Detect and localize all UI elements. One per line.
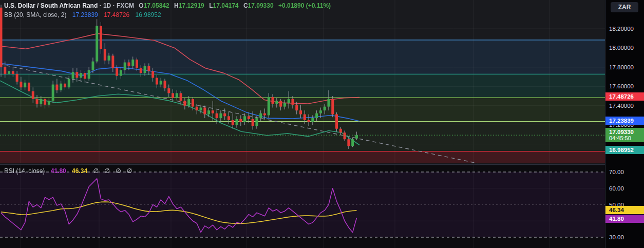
ohlc-close: C17.09330 bbox=[240, 2, 274, 9]
tick-rsi-70: 70.00 bbox=[605, 168, 644, 176]
rsi-ma-value: 46.34 bbox=[72, 167, 87, 175]
tick-17-60: 17.60000 bbox=[605, 83, 644, 90]
price-axis[interactable]: ZAR 18.2000018.0000017.8000017.6000017.4… bbox=[605, 0, 644, 248]
badge-rsi-value: 41.80 bbox=[605, 215, 644, 223]
symbol-row[interactable]: U.S. Dollar / South African Rand · 1D · … bbox=[4, 2, 331, 11]
tick-17-40: 17.40000 bbox=[605, 102, 644, 109]
bar-close-countdown: 04:45:50 bbox=[609, 135, 644, 141]
bb-indicator-label[interactable]: BB (20, SMA, close, 2) bbox=[4, 11, 66, 18]
rsi-empty-slot: ∅ bbox=[104, 167, 109, 175]
timeframe-label[interactable]: 1D bbox=[103, 2, 111, 9]
tick-rsi-30: 30.00 bbox=[605, 234, 644, 241]
rsi-indicator-label[interactable]: RSI (14, close) bbox=[4, 167, 45, 175]
chart-canvas[interactable] bbox=[0, 0, 605, 248]
rsi-empty-slot: ∅ bbox=[93, 167, 98, 175]
currency-toggle-button[interactable]: ZAR bbox=[611, 2, 638, 12]
badge-bb-lower: 16.98952 bbox=[605, 146, 644, 154]
separator: · bbox=[113, 2, 117, 9]
tick-18-20: 18.20000 bbox=[605, 25, 644, 32]
tick-18-00: 18.00000 bbox=[605, 44, 644, 51]
bb-upper-value: 17.48726 bbox=[104, 11, 129, 18]
bb-basis-value: 17.23839 bbox=[72, 11, 98, 18]
badge-rsi-ma: 46.34 bbox=[605, 206, 644, 214]
bb-lower-value: 16.98952 bbox=[136, 11, 161, 18]
rsi-empty-slot: ∅ bbox=[116, 167, 121, 175]
main-legend: U.S. Dollar / South African Rand · 1D · … bbox=[4, 2, 331, 20]
badge-bb-basis: 17.23839 bbox=[605, 117, 644, 125]
tradingview-chart-window: U.S. Dollar / South African Rand · 1D · … bbox=[0, 0, 644, 248]
badge-bb-upper: 17.48726 bbox=[605, 92, 644, 101]
bb-indicator-row[interactable]: BB (20, SMA, close, 2) 17.23839 17.48726… bbox=[4, 11, 331, 20]
rsi-indicator-row[interactable]: RSI (14, close) 41.80 46.34 ∅ ∅ ∅ ∅ bbox=[4, 167, 132, 176]
ohlc-open: O17.05842 bbox=[136, 2, 169, 9]
separator: · bbox=[100, 2, 103, 9]
symbol-title[interactable]: U.S. Dollar / South African Rand bbox=[4, 2, 98, 9]
tick-rsi-60: 60.00 bbox=[605, 185, 644, 192]
rsi-legend: RSI (14, close) 41.80 46.34 ∅ ∅ ∅ ∅ bbox=[4, 167, 132, 176]
ohlc-high: H17.12919 bbox=[171, 2, 204, 9]
ohlc-low: L17.04174 bbox=[206, 2, 238, 9]
rsi-empty-slot: ∅ bbox=[127, 167, 132, 175]
change-value: +0.01890 (+0.11%) bbox=[278, 2, 331, 9]
rsi-value: 41.80 bbox=[51, 167, 66, 175]
badge-last-price: 17.0933004:45:50 bbox=[605, 128, 644, 142]
exchange-label[interactable]: FXCM bbox=[117, 2, 134, 9]
tick-17-80: 17.80000 bbox=[605, 64, 644, 71]
